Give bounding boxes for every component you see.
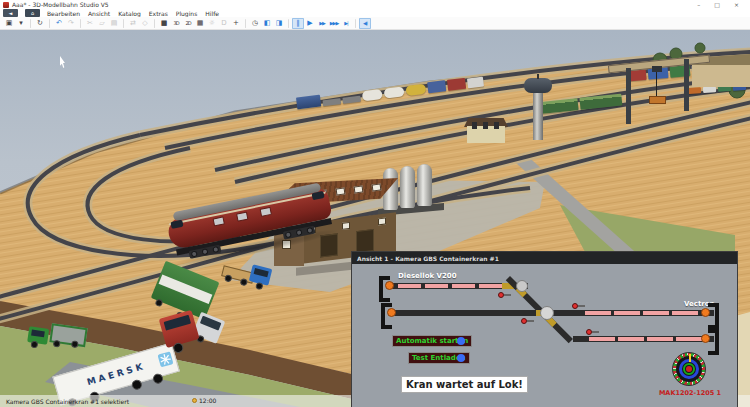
station-window — [494, 122, 499, 129]
clock-button[interactable]: ◷ — [249, 18, 261, 29]
menu-ansicht[interactable]: Ansicht — [88, 10, 110, 17]
view-2d-button[interactable]: 2D — [182, 18, 194, 29]
skip-end-button[interactable]: ▶| — [340, 18, 352, 29]
occupied-segment — [425, 284, 448, 288]
wheel — [201, 248, 208, 255]
menu-hilfe[interactable]: Hilfe — [205, 10, 219, 17]
box-wagon-red — [447, 78, 466, 91]
fast-forward-3-button[interactable]: ▶▶▶ — [328, 18, 340, 29]
light-button[interactable]: ☼ — [206, 18, 218, 29]
unload-indicator-lamp[interactable] — [457, 354, 465, 362]
home-button[interactable]: ⌂ — [25, 9, 40, 17]
mirror-button[interactable]: ⇄ — [127, 18, 139, 29]
signal-red[interactable] — [498, 292, 512, 298]
menu-bearbeiten[interactable]: Bearbeiten — [47, 10, 80, 17]
crane-status-message: Kran wartet auf Lok! — [401, 376, 528, 393]
fast-forward-button[interactable]: ▶▶ — [316, 18, 328, 29]
play-button[interactable]: ▶ — [304, 18, 316, 29]
track-end-marker[interactable] — [701, 334, 710, 343]
app-icon — [3, 2, 9, 8]
sound-button[interactable]: ◀) — [359, 18, 371, 29]
station-window — [483, 122, 488, 129]
transform-button[interactable]: ◇ — [139, 18, 151, 29]
reset-camera-button[interactable]: ↻ — [34, 18, 46, 29]
occupied-segment — [585, 311, 611, 315]
menu-katalog[interactable]: Katalog — [118, 10, 141, 17]
add-button[interactable]: + — [230, 18, 242, 29]
signal-red[interactable] — [521, 318, 535, 324]
signal-red[interactable] — [572, 303, 586, 309]
undo-button[interactable]: ↶ — [53, 18, 65, 29]
crane-leg — [626, 68, 631, 124]
occupied-segment — [618, 337, 644, 341]
start-indicator-lamp[interactable] — [457, 337, 465, 345]
shed-dormer-window — [354, 185, 364, 193]
signal-red[interactable] — [586, 329, 600, 335]
separator — [245, 19, 246, 28]
panel-left-button[interactable]: ◧ — [261, 18, 273, 29]
sim-time: 12:00 — [199, 397, 216, 404]
view-3d-button[interactable]: 3D — [170, 18, 182, 29]
occupied-segment — [647, 337, 673, 341]
loco-id-label: MAK1202-1205 1 — [655, 389, 725, 397]
panel-right-button[interactable]: ◨ — [273, 18, 285, 29]
occupied-segment — [614, 311, 640, 315]
occupied-segment — [643, 311, 669, 315]
water-tower — [524, 76, 552, 142]
maximize-button[interactable]: □ — [714, 0, 720, 9]
gbs-panel: Ansicht 1 - Kamera GBS Containerkran #1 … — [352, 252, 737, 407]
menu-items: BearbeitenAnsichtKatalogExtrasPluginsHil… — [47, 10, 219, 17]
shed-window — [342, 222, 350, 230]
track-end-marker[interactable] — [385, 281, 394, 290]
redo-button[interactable]: ↷ — [65, 18, 77, 29]
track-end-marker[interactable] — [387, 308, 396, 317]
track-end-marker[interactable] — [701, 308, 710, 317]
switch-node-crossing[interactable] — [540, 306, 554, 320]
gbs-panel-titlebar[interactable]: Ansicht 1 - Kamera GBS Containerkran #1 — [352, 252, 737, 264]
crane-trolley — [652, 66, 662, 72]
crane-container-load — [649, 96, 666, 104]
menu-extras[interactable]: Extras — [149, 10, 168, 17]
occupied-segment — [398, 284, 421, 288]
occupied-segment — [676, 337, 702, 341]
station-window — [472, 122, 477, 129]
wheel — [212, 246, 219, 253]
wheel — [296, 229, 303, 236]
loco-speed-gauge[interactable] — [672, 352, 706, 386]
occupied-segment — [479, 284, 502, 288]
save-button[interactable]: ▣ — [3, 18, 15, 29]
selection-status-text: Kamera GBS Containerkran #1 selektiert — [6, 398, 129, 405]
shed-window — [378, 217, 386, 225]
separator — [288, 19, 289, 28]
back-button[interactable]: ◄ — [3, 9, 18, 17]
wheel — [191, 250, 198, 257]
container-crane — [608, 46, 710, 126]
minimize-button[interactable]: – — [697, 0, 700, 9]
gauge-core — [686, 366, 692, 372]
water-tower-tank — [524, 78, 552, 93]
save-menu-caret[interactable]: ▾ — [15, 18, 27, 29]
wheel — [224, 274, 232, 282]
pause-button[interactable]: ‖ — [292, 18, 304, 29]
separator — [80, 19, 81, 28]
silo — [417, 164, 432, 206]
menu-plugins[interactable]: Plugins — [176, 10, 198, 17]
cut-button[interactable]: ✂ — [84, 18, 96, 29]
gbs-track-diagram: Diesellok V200 Vectron — [352, 264, 737, 407]
switch-node[interactable] — [516, 280, 528, 292]
grid-button[interactable]: ▦ — [194, 18, 206, 29]
buffer-stop — [708, 303, 719, 329]
copy-button[interactable]: ▱ — [96, 18, 108, 29]
box-wagon-gray — [467, 77, 484, 89]
paste-button[interactable]: ▤ — [108, 18, 120, 29]
occupied-segment — [672, 311, 698, 315]
window-title: Aaa* - 3D-Modellbahn Studio V5 — [12, 1, 109, 8]
clock-icon — [192, 398, 197, 403]
wheel — [255, 282, 263, 290]
close-button[interactable]: × — [734, 0, 739, 9]
water-tower-column — [533, 90, 543, 140]
object-mode-button[interactable]: ■ — [158, 18, 170, 29]
buffer-stop — [708, 329, 719, 355]
shed-dormer-window — [372, 183, 382, 191]
detail-button[interactable]: D — [218, 18, 230, 29]
